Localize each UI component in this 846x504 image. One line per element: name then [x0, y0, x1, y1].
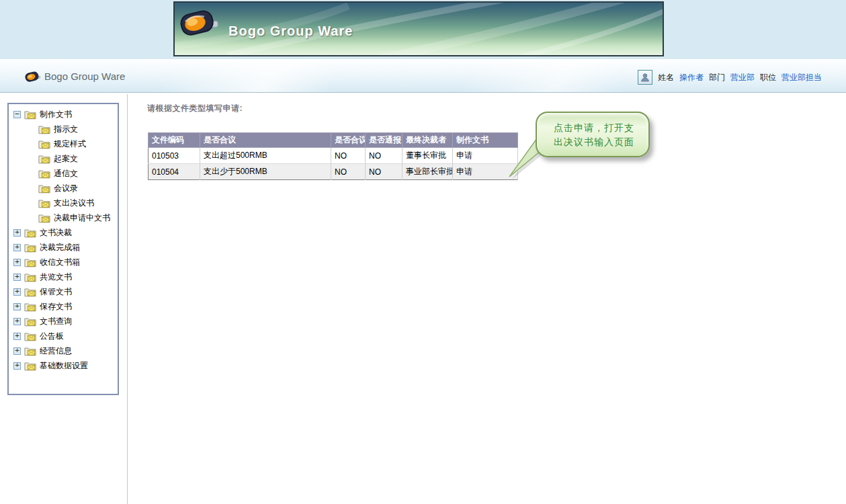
tree-toggle-icon[interactable]: + — [13, 274, 21, 281]
folder-icon — [24, 243, 36, 253]
table-header-cell-5: 制作文书 — [453, 133, 518, 148]
folder-icon — [24, 228, 36, 238]
folder-icon — [24, 317, 36, 327]
sidebar-item-6[interactable]: +保存文书 — [9, 299, 118, 314]
sidebar-subitem-0-0[interactable]: 指示文 — [9, 122, 118, 136]
table-cell-1-0: 010504 — [149, 164, 200, 180]
table-cell-0-4: 董事长审批 — [403, 148, 453, 164]
tree-toggle-icon[interactable]: + — [13, 333, 21, 340]
table-cell-1-3: NO — [366, 164, 403, 180]
banner-title: Bogo Group Ware — [228, 24, 353, 39]
table-header-cell-0: 文件编码 — [149, 133, 200, 148]
sidebar-item-label: 决裁完成箱 — [40, 242, 80, 253]
sidebar-subitem-0-2[interactable]: 起案文 — [9, 151, 118, 166]
table-row-1: 010504支出少于500RMBNONO事业部长审批申请 — [149, 164, 518, 180]
hint-callout-line1: 点击申请，打开支 — [554, 121, 648, 135]
hint-callout-line2: 出决议书输入页面 — [554, 135, 648, 149]
table-cell-1-4: 事业部长审批 — [403, 164, 453, 180]
sidebar-item-10[interactable]: +基础数据设置 — [9, 358, 118, 373]
goggles-logo-icon — [180, 6, 219, 41]
sidebar-item-label: 基础数据设置 — [40, 360, 88, 372]
sidebar-subitem-0-1[interactable]: 规定样式 — [9, 136, 118, 151]
table-header-cell-2: 是否合议 — [331, 133, 366, 148]
user-department-label: 部门 — [709, 72, 725, 83]
hint-callout: 点击申请，打开支 出决议书输入页面 — [536, 112, 650, 157]
sidebar-item-label: 经营信息 — [40, 345, 72, 357]
sidebar-subitem-0-5[interactable]: 支出决议书 — [9, 196, 118, 210]
table-cell-0-1: 支出超过500RMB — [200, 148, 331, 164]
table-header-cell-3: 是否通报 — [366, 133, 403, 148]
folder-icon — [24, 331, 36, 341]
sidebar-subitem-label: 规定样式 — [54, 138, 86, 150]
user-name-label: 姓名 — [658, 72, 674, 83]
table-header-row: 文件编码是否合议是否合议是否通报最终决裁者制作文书 — [149, 133, 518, 148]
user-avatar[interactable] — [638, 70, 652, 85]
sidebar-item-label: 文书查询 — [40, 316, 72, 327]
sidebar-item-5[interactable]: +保管文书 — [9, 284, 118, 299]
tree-toggle-icon[interactable]: + — [13, 318, 21, 325]
table-cell-0-2: NO — [331, 148, 366, 164]
tree-toggle-icon[interactable]: − — [13, 111, 21, 118]
sidebar-subitem-label: 会议录 — [54, 183, 78, 194]
folder-icon — [38, 198, 50, 208]
sidebar-item-0[interactable]: −制作文书 — [9, 107, 118, 122]
page-instruction: 请根据文件类型填写申请: — [147, 103, 243, 114]
user-position-label: 职位 — [760, 72, 776, 83]
sidebar-item-8[interactable]: +公告板 — [9, 329, 118, 343]
user-position-value[interactable]: 营业部担当 — [781, 72, 822, 83]
sidebar-content-divider — [127, 94, 128, 504]
sidebar-item-label: 保管文书 — [40, 286, 72, 298]
sidebar-item-2[interactable]: +决裁完成箱 — [9, 240, 118, 255]
sidebar-item-label: 公告板 — [40, 331, 64, 342]
app-title: Bogo Group Ware — [44, 71, 125, 82]
sidebar-item-1[interactable]: +文书决裁 — [9, 225, 118, 240]
folder-icon — [24, 302, 36, 312]
apply-link[interactable]: 申请 — [453, 164, 518, 180]
table-header-cell-1: 是否合议 — [200, 133, 331, 148]
table-cell-0-3: NO — [366, 148, 403, 164]
tree-toggle-icon[interactable]: + — [13, 288, 21, 296]
person-icon — [640, 72, 650, 83]
folder-icon — [38, 213, 50, 223]
app-logo-goggles-icon — [24, 71, 42, 83]
sidebar-subitem-label: 支出决议书 — [54, 198, 94, 209]
user-name-value[interactable]: 操作者 — [679, 72, 704, 83]
sidebar-item-4[interactable]: +共览文书 — [9, 269, 118, 284]
table-header-cell-4: 最终决裁者 — [403, 133, 453, 148]
sidebar-subitem-label: 起案文 — [54, 153, 78, 165]
sidebar-subitem-label: 决裁申请中文书 — [54, 212, 110, 224]
sidebar-tree: −制作文书指示文规定样式起案文通信文会议录支出决议书决裁申请中文书+文书决裁+决… — [9, 107, 118, 373]
folder-icon — [38, 154, 50, 164]
top-band: Bogo Group Ware — [0, 0, 846, 59]
tree-toggle-icon[interactable]: + — [13, 303, 21, 310]
banner: Bogo Group Ware — [173, 1, 664, 56]
sidebar-panel: −制作文书指示文规定样式起案文通信文会议录支出决议书决裁申请中文书+文书决裁+决… — [7, 103, 119, 395]
sidebar-item-9[interactable]: +经营信息 — [9, 343, 118, 358]
tree-toggle-icon[interactable]: + — [13, 244, 21, 251]
sidebar-item-label: 文书决裁 — [40, 227, 72, 239]
table-body: 010503支出超过500RMBNONO董事长审批申请010504支出少于500… — [149, 148, 518, 180]
sidebar-item-3[interactable]: +收信文书箱 — [9, 255, 118, 269]
user-department-value[interactable]: 营业部 — [730, 72, 755, 83]
folder-icon — [24, 257, 36, 267]
sidebar-subitem-0-4[interactable]: 会议录 — [9, 181, 118, 196]
sidebar-item-label: 共览文书 — [40, 271, 72, 283]
user-info: 姓名 操作者 部门 营业部 职位 营业部担当 — [638, 69, 822, 86]
sidebar-item-7[interactable]: +文书查询 — [9, 314, 118, 329]
sidebar-subitem-0-3[interactable]: 通信文 — [9, 166, 118, 181]
folder-icon — [38, 169, 50, 179]
sidebar-item-label: 保存文书 — [40, 301, 72, 312]
table-cell-1-1: 支出少于500RMB — [200, 164, 331, 180]
tree-toggle-icon[interactable]: + — [13, 259, 21, 266]
tree-toggle-icon[interactable]: + — [13, 347, 21, 355]
sidebar-subitem-0-6[interactable]: 决裁申请中文书 — [9, 210, 118, 225]
folder-icon — [24, 346, 36, 356]
folder-icon — [24, 361, 36, 371]
table-row-0: 010503支出超过500RMBNONO董事长审批申请 — [149, 148, 518, 164]
tree-toggle-icon[interactable]: + — [13, 229, 21, 237]
request-table: 文件编码是否合议是否合议是否通报最终决裁者制作文书 010503支出超过500R… — [148, 132, 518, 180]
apply-link[interactable]: 申请 — [453, 148, 518, 164]
tree-toggle-icon[interactable]: + — [13, 362, 21, 370]
sidebar-item-label: 制作文书 — [40, 109, 72, 120]
table-cell-0-0: 010503 — [149, 148, 200, 164]
